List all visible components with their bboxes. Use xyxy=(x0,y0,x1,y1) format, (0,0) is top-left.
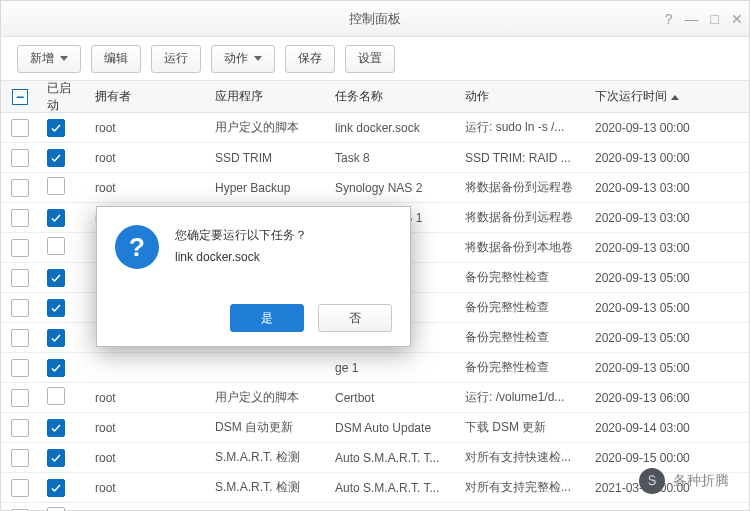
next-run-cell: 2020-09-13 03:00 xyxy=(587,241,749,255)
next-run-cell: 2020-09-13 05:00 xyxy=(587,361,749,375)
action-cell: 备份完整性检查 xyxy=(457,269,587,286)
save-button-label: 保存 xyxy=(298,50,322,67)
action-button[interactable]: 动作 xyxy=(211,45,275,73)
owner-cell: root xyxy=(87,151,207,165)
table-header: − 已启动 拥有者 应用程序 任务名称 动作 下次运行时间 xyxy=(1,81,749,113)
enabled-checkbox[interactable] xyxy=(47,299,65,317)
row-select-checkbox[interactable] xyxy=(11,209,29,227)
enabled-checkbox[interactable] xyxy=(47,507,65,511)
action-cell: 运行: /volume1/d... xyxy=(457,389,587,406)
row-select-checkbox[interactable] xyxy=(11,359,29,377)
table-row[interactable]: root用户定义的脚本link docker.sock运行: sudo ln -… xyxy=(1,113,749,143)
col-enabled[interactable]: 已启动 xyxy=(39,80,87,114)
owner-cell: root xyxy=(87,391,207,405)
enabled-checkbox[interactable] xyxy=(47,237,65,255)
owner-cell: root xyxy=(87,121,207,135)
chevron-down-icon xyxy=(254,56,262,61)
table-row[interactable]: rootHyper BackupSynology NAS 2将数据备份到远程卷2… xyxy=(1,173,749,203)
owner-cell: root xyxy=(87,421,207,435)
chevron-down-icon xyxy=(60,56,68,61)
maximize-icon[interactable]: □ xyxy=(711,11,719,27)
next-run-cell: 2020-09-13 05:00 xyxy=(587,301,749,315)
action-cell: 将数据备份到本地卷 xyxy=(457,239,587,256)
watermark-logo-icon: Ｓ xyxy=(639,468,665,494)
row-select-checkbox[interactable] xyxy=(11,149,29,167)
enabled-checkbox[interactable] xyxy=(47,269,65,287)
action-cell: 备份完整性检查 xyxy=(457,359,587,376)
task-cell: link docker.sock xyxy=(327,121,457,135)
table-row[interactable]: ge 1备份完整性检查2020-09-13 05:00 xyxy=(1,353,749,383)
task-cell: ge 1 xyxy=(327,361,457,375)
select-all-checkbox[interactable]: − xyxy=(12,89,28,105)
new-button[interactable]: 新增 xyxy=(17,45,81,73)
watermark-text: 各种折腾 xyxy=(673,472,729,490)
action-cell: 将数据备份到远程卷 xyxy=(457,209,587,226)
col-app[interactable]: 应用程序 xyxy=(207,88,327,105)
app-cell: SSD TRIM xyxy=(207,151,327,165)
minimize-icon[interactable]: — xyxy=(685,11,699,27)
help-icon[interactable]: ? xyxy=(665,11,673,27)
control-panel-window: 控制面板 ? — □ ✕ 新增 编辑 运行 动作 保存 设置 − 已启动 拥有者… xyxy=(0,0,750,511)
table-row[interactable]: rootS.M.A.R.T. 检测Auto S.M.A.R.T. T...对所有… xyxy=(1,443,749,473)
no-button[interactable]: 否 xyxy=(318,304,392,332)
confirm-dialog: ? 您确定要运行以下任务？ link docker.sock 是 否 xyxy=(96,206,411,347)
col-action[interactable]: 动作 xyxy=(457,88,587,105)
row-select-checkbox[interactable] xyxy=(11,449,29,467)
enabled-checkbox[interactable] xyxy=(47,479,65,497)
question-icon: ? xyxy=(115,225,159,269)
action-cell: 备份完整性检查 xyxy=(457,329,587,346)
row-select-checkbox[interactable] xyxy=(11,239,29,257)
edit-button[interactable]: 编辑 xyxy=(91,45,141,73)
task-cell: Auto S.M.A.R.T. T... xyxy=(327,481,457,495)
app-cell: 用户定义的脚本 xyxy=(207,389,327,406)
row-select-checkbox[interactable] xyxy=(11,329,29,347)
action-cell: 备份完整性检查 xyxy=(457,299,587,316)
table-row[interactable]: rootDSM 自动更新DSM Auto Update下载 DSM 更新2020… xyxy=(1,413,749,443)
enabled-checkbox[interactable] xyxy=(47,177,65,195)
enabled-checkbox[interactable] xyxy=(47,387,65,405)
col-owner[interactable]: 拥有者 xyxy=(87,88,207,105)
table-row[interactable]: rootS.M.A.R.T. 检测Auto S.M.A.R.T. T...对所有… xyxy=(1,473,749,503)
sort-asc-icon xyxy=(671,95,679,100)
dialog-text: 您确定要运行以下任务？ link docker.sock xyxy=(175,225,307,298)
task-cell: Auto S.M.A.R.T. T... xyxy=(327,451,457,465)
next-run-cell: 2020-09-13 00:00 xyxy=(587,121,749,135)
yes-button[interactable]: 是 xyxy=(230,304,304,332)
app-cell: 用户定义的脚本 xyxy=(207,119,327,136)
close-icon[interactable]: ✕ xyxy=(731,11,743,27)
table-row[interactable]: rootSSD TRIMTask 8SSD TRIM: RAID ...2020… xyxy=(1,143,749,173)
dialog-line1: 您确定要运行以下任务？ xyxy=(175,225,307,247)
row-select-checkbox[interactable] xyxy=(11,119,29,137)
row-select-checkbox[interactable] xyxy=(11,179,29,197)
next-run-cell: 2020-09-13 03:00 xyxy=(587,211,749,225)
row-select-checkbox[interactable] xyxy=(11,419,29,437)
next-run-cell: 2020-09-13 05:00 xyxy=(587,331,749,345)
table-row[interactable]: root用户定义的脚本Certbot运行: /volume1/d...2020-… xyxy=(1,383,749,413)
next-run-cell: 2020-09-13 05:00 xyxy=(587,271,749,285)
col-task[interactable]: 任务名称 xyxy=(327,88,457,105)
row-select-checkbox[interactable] xyxy=(11,479,29,497)
enabled-checkbox[interactable] xyxy=(47,449,65,467)
table-row[interactable]: rootHyper BackupLocal Storage 2将数据备份到本地卷 xyxy=(1,503,749,511)
enabled-checkbox[interactable] xyxy=(47,419,65,437)
enabled-checkbox[interactable] xyxy=(47,329,65,347)
run-button[interactable]: 运行 xyxy=(151,45,201,73)
enabled-checkbox[interactable] xyxy=(47,209,65,227)
owner-cell: root xyxy=(87,451,207,465)
next-run-cell: 2020-09-15 00:00 xyxy=(587,451,749,465)
row-select-checkbox[interactable] xyxy=(11,269,29,287)
enabled-checkbox[interactable] xyxy=(47,119,65,137)
window-controls: ? — □ ✕ xyxy=(665,1,743,37)
action-cell: 对所有支持完整检... xyxy=(457,479,587,496)
save-button[interactable]: 保存 xyxy=(285,45,335,73)
enabled-checkbox[interactable] xyxy=(47,149,65,167)
titlebar[interactable]: 控制面板 ? — □ ✕ xyxy=(1,1,749,37)
row-select-checkbox[interactable] xyxy=(11,299,29,317)
row-select-checkbox[interactable] xyxy=(11,389,29,407)
action-cell: 运行: sudo ln -s /... xyxy=(457,119,587,136)
dialog-line2: link docker.sock xyxy=(175,247,307,269)
task-cell: DSM Auto Update xyxy=(327,421,457,435)
settings-button[interactable]: 设置 xyxy=(345,45,395,73)
enabled-checkbox[interactable] xyxy=(47,359,65,377)
col-next-run[interactable]: 下次运行时间 xyxy=(587,88,749,105)
